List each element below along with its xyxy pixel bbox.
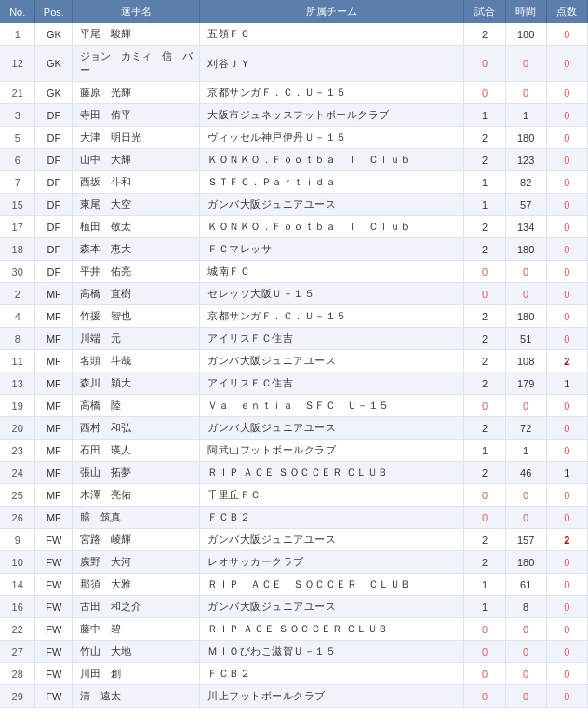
cell-name: 西坂 斗和	[73, 171, 200, 194]
cell-pts: 0	[546, 507, 587, 529]
cell-team: 刈谷ＪＹ	[200, 46, 464, 82]
table-row: 20MF西村 和弘ガンバ大阪ジュニアユース2720	[0, 417, 588, 440]
cell-team: ガンバ大阪ジュニアユース	[200, 350, 464, 372]
cell-time: 0	[505, 663, 546, 685]
cell-name: 木澤 亮佑	[73, 484, 200, 507]
cell-no: 24	[0, 462, 35, 484]
cell-no: 1	[0, 23, 35, 46]
cell-pts: 0	[546, 261, 587, 283]
table-row: 30DF平井 佑亮城南ＦＣ000	[0, 261, 588, 283]
cell-no: 21	[0, 82, 35, 104]
cell-pos: MF	[35, 484, 73, 507]
cell-pts: 0	[546, 641, 587, 663]
cell-time: 0	[505, 618, 546, 641]
cell-games: 0	[464, 618, 505, 641]
cell-games: 2	[464, 551, 505, 574]
cell-name: 高橋 陸	[73, 395, 200, 417]
cell-time: 180	[505, 305, 546, 328]
cell-pts: 0	[546, 395, 587, 417]
header-time: 時間	[505, 0, 546, 23]
cell-no: 15	[0, 194, 35, 216]
cell-name: 大津 明日光	[73, 127, 200, 149]
cell-name: 竹援 智也	[73, 305, 200, 328]
cell-pts: 0	[546, 574, 587, 596]
cell-team: アイリスＦＣ住吉	[200, 328, 464, 350]
cell-time: 0	[505, 507, 546, 529]
cell-no: 17	[0, 216, 35, 238]
table-row: 15DF東尾 大空ガンバ大阪ジュニアユース1570	[0, 194, 588, 216]
cell-time: 0	[505, 46, 546, 82]
cell-name: 竹山 大地	[73, 641, 200, 663]
cell-pos: DF	[35, 149, 73, 171]
cell-games: 1	[464, 194, 505, 216]
cell-no: 4	[0, 305, 35, 328]
cell-pos: FW	[35, 618, 73, 641]
cell-pts: 0	[546, 663, 587, 685]
cell-pts: 0	[546, 82, 587, 104]
cell-time: 46	[505, 462, 546, 484]
cell-pos: DF	[35, 261, 73, 283]
cell-no: 25	[0, 484, 35, 507]
cell-games: 1	[464, 574, 505, 596]
cell-time: 51	[505, 328, 546, 350]
cell-games: 2	[464, 350, 505, 372]
cell-no: 22	[0, 618, 35, 641]
cell-team: ガンバ大阪ジュニアユース	[200, 596, 464, 618]
cell-no: 7	[0, 171, 35, 194]
table-row: 27FW竹山 大地ＭＩＯびわこ滋賀Ｕ－１５000	[0, 641, 588, 663]
cell-pos: DF	[35, 171, 73, 194]
cell-name: 山中 大輝	[73, 149, 200, 171]
cell-team: ＳＴＦＣ．Ｐａｒｔｉｄａ	[200, 171, 464, 194]
cell-time: 72	[505, 417, 546, 440]
cell-pos: MF	[35, 305, 73, 328]
cell-name: 膳 筑真	[73, 507, 200, 529]
table-row: 3DF寺田 侑平大阪市ジュネッスフットボールクラブ110	[0, 104, 588, 127]
cell-name: 石田 瑛人	[73, 440, 200, 462]
cell-name: 森本 恵大	[73, 238, 200, 261]
cell-pos: GK	[35, 82, 73, 104]
cell-pts: 0	[546, 685, 587, 708]
cell-pos: GK	[35, 23, 73, 46]
cell-time: 1	[505, 104, 546, 127]
table-row: 22FW藤中 碧ＲＩＰ ＡＣＥ ＳＯＣＣＥＲ ＣＬＵＢ000	[0, 618, 588, 641]
cell-pos: MF	[35, 395, 73, 417]
cell-games: 2	[464, 127, 505, 149]
table-row: 5DF大津 明日光ヴィッセル神戸伊丹Ｕ－１５21800	[0, 127, 588, 149]
cell-name: 寺田 侑平	[73, 104, 200, 127]
cell-time: 179	[505, 372, 546, 395]
player-stats-table: No. Pos. 選手名 所属チーム 試合 時間 点数 1GK平尾 駿輝五領ＦＣ…	[0, 0, 588, 708]
cell-name: 張山 拓夢	[73, 462, 200, 484]
cell-time: 0	[505, 82, 546, 104]
cell-name: 森川 穎大	[73, 372, 200, 395]
cell-name: 清 遠太	[73, 685, 200, 708]
cell-name: 古田 和之介	[73, 596, 200, 618]
cell-name: 川田 創	[73, 663, 200, 685]
cell-team: アイリスＦＣ住吉	[200, 372, 464, 395]
cell-games: 0	[464, 663, 505, 685]
cell-time: 108	[505, 350, 546, 372]
cell-name: 宮路 崚輝	[73, 529, 200, 551]
cell-name: 那須 大雅	[73, 574, 200, 596]
cell-pos: FW	[35, 641, 73, 663]
cell-team: ＦＣマレッサ	[200, 238, 464, 261]
cell-pts: 0	[546, 618, 587, 641]
table-row: 13MF森川 穎大アイリスＦＣ住吉21791	[0, 372, 588, 395]
cell-pos: DF	[35, 194, 73, 216]
table-row: 7DF西坂 斗和ＳＴＦＣ．Ｐａｒｔｉｄａ1820	[0, 171, 588, 194]
cell-name: ジョン カミィ 信 バー	[73, 46, 200, 82]
cell-pts: 0	[546, 283, 587, 305]
table-row: 1GK平尾 駿輝五領ＦＣ21800	[0, 23, 588, 46]
cell-name: 高橋 直樹	[73, 283, 200, 305]
header-no: No.	[0, 0, 35, 23]
table-row: 12GKジョン カミィ 信 バー刈谷ＪＹ000	[0, 46, 588, 82]
table-row: 28FW川田 創ＦＣＢ２000	[0, 663, 588, 685]
cell-pos: DF	[35, 216, 73, 238]
cell-games: 0	[464, 82, 505, 104]
cell-games: 0	[464, 641, 505, 663]
cell-pts: 2	[546, 350, 587, 372]
table-row: 17DF植田 敬太ＫＯＮＫＯ．Ｆｏｏｔｂａｌｌ Ｃｌｕｂ21340	[0, 216, 588, 238]
cell-games: 0	[464, 283, 505, 305]
cell-pts: 0	[546, 484, 587, 507]
cell-pts: 0	[546, 194, 587, 216]
cell-time: 0	[505, 395, 546, 417]
